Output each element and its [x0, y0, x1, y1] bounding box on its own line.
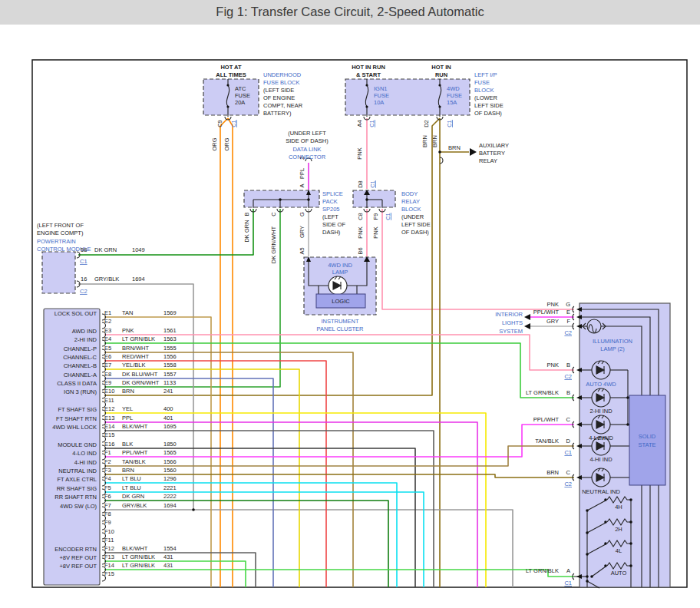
conn-c1-atc: C1: [230, 120, 237, 127]
row-label: LOCK SOL OUT: [54, 310, 97, 317]
pcm-pin58-color: DK GRN: [94, 246, 117, 253]
cluster-lamp-label2: LAMP: [332, 269, 348, 276]
row-pin: F5: [104, 484, 111, 491]
ign1-fuse-label2: FUSE: [374, 92, 389, 99]
row-circuit: 1296: [163, 475, 177, 482]
pcm-pin16-circuit: 1694: [132, 276, 145, 283]
row-pin: F12: [104, 545, 114, 552]
row-color: DK GRN/WHT: [122, 379, 160, 386]
wire-label-org2: ORG: [223, 137, 230, 150]
cluster-lamp-label1: 4WD IND: [328, 262, 352, 269]
hot-at-label2: ALL TIMES: [216, 71, 246, 78]
row-pin: E1: [104, 309, 111, 316]
row-circuit: 1566: [163, 458, 177, 465]
row-label: NEUTRAL IND: [58, 468, 97, 474]
sel-pin-letter: B: [566, 362, 570, 368]
ip-name1: LEFT I/P: [474, 71, 497, 78]
row-label: FT AXLE CTRL: [57, 476, 97, 483]
underhood-loc2: OF ENGINE: [263, 94, 295, 101]
underhood-loc3: COMPT, NEAR: [263, 102, 303, 109]
sel-pin-color: PPL/WHT: [533, 416, 560, 423]
ip-name2: FUSE: [474, 79, 490, 86]
ip-loc2: LEFT SIDE: [474, 102, 504, 109]
row-label: CHANNEL-P: [64, 345, 97, 352]
wire-label-dkgrn: DK GRN: [243, 220, 250, 242]
pin-b6: B6: [357, 247, 364, 254]
underhood-loc4: BATTERY): [263, 110, 292, 117]
row-pin: E10: [104, 388, 114, 395]
splice-name2: PACK: [322, 198, 338, 205]
sel-pin-color: GRY: [546, 318, 559, 325]
pin-2: 2: [299, 157, 305, 160]
row-pin: E9: [104, 379, 111, 386]
row-color: LT BLU: [122, 475, 141, 482]
row-color: BLK: [122, 441, 133, 448]
wire-label-pnk-f9: PNK: [372, 226, 379, 238]
row-pin: E6: [104, 353, 111, 360]
pcm-loc1: (LEFT FRONT OF: [37, 222, 84, 229]
pin-c-splice: C: [270, 212, 277, 216]
pcm-pin58: 58: [81, 246, 87, 253]
row-color: BLK/WHT: [122, 545, 148, 552]
pin-a5: A5: [299, 247, 305, 254]
row-circuit: 1850: [163, 441, 177, 448]
cluster-name2: PANEL CLUSTER: [317, 325, 364, 332]
splice-loc3: DASH): [322, 229, 341, 236]
row-color: BLK/WHT: [122, 423, 148, 430]
splice-loc2: SIDE OF: [322, 221, 345, 228]
sel-pin-letter: F: [566, 318, 570, 325]
cluster-name1: INSTRUMENT: [321, 318, 359, 325]
row-label: 2-HI IND: [74, 336, 97, 343]
row-circuit: 1554: [163, 545, 177, 552]
2hi-ind-label: 2-HI IND: [589, 408, 612, 415]
pcm-conn-c1: C1: [80, 258, 88, 265]
row-pin: F4: [104, 475, 111, 482]
wire-label-gry: GRY: [299, 226, 305, 238]
hot-run-start-label2: & START: [356, 71, 381, 78]
row-pin: F14: [104, 562, 114, 569]
illumination-lamp-label1: ILLUMINATION: [593, 338, 632, 345]
splice-name1: SPLICE: [322, 190, 343, 197]
atc-fuse-label2: FUSE: [235, 92, 250, 99]
solid-state-label1: SOLID: [639, 433, 656, 440]
wire-label-pnk: PNK: [356, 147, 363, 159]
row-pin: F11: [104, 537, 114, 544]
interior-label1: INTERIOR: [495, 311, 523, 318]
aux-relay-name2: BATTERY: [479, 150, 505, 157]
row-label: CLASS II DATA: [57, 380, 97, 387]
row-label: AWD IND: [72, 328, 97, 335]
logic-label: LOGIC: [332, 298, 350, 305]
row-circuit: 2221: [163, 484, 177, 491]
row-color: BRN/WHT: [122, 345, 149, 352]
row-circuit: 1695: [163, 423, 177, 430]
row-circuit: 1556: [163, 353, 177, 360]
row-label: IGN 3 (RUN): [64, 388, 97, 395]
row-pin: F6: [104, 493, 111, 500]
sel-pin-conn: C1: [564, 449, 572, 456]
row-pin: F2: [104, 458, 111, 465]
pin-g-splice: G: [299, 212, 305, 216]
row-label: MODULE GND: [58, 441, 97, 448]
hot-run-start-label: HOT IN RUN: [352, 64, 385, 71]
wire-label-pnk-c8: PNK: [357, 226, 364, 238]
underhood-fuse-block-box: [203, 79, 259, 115]
row-color: LT GRN/BLK: [122, 562, 155, 569]
sel-pin-color: BRN: [546, 469, 559, 476]
dlc-loc2: SIDE OF DASH): [286, 137, 329, 144]
row-circuit: 401: [163, 415, 173, 421]
wire-label-org1: ORG: [211, 137, 218, 150]
pin-c9: C9: [216, 120, 223, 127]
row-color: GRY/BLK: [122, 502, 147, 509]
row-color: LT GRN/BLK: [122, 335, 155, 342]
sel-pin-letter: C: [566, 469, 571, 476]
hot-run-label: HOT IN: [431, 64, 451, 71]
row-pin: F3: [104, 467, 111, 474]
wire-label-dkgrnwht: DK GRN/WHT: [270, 226, 277, 263]
sel-pin-color: PNK: [547, 362, 559, 368]
underhood-name: UNDERHOOD: [263, 71, 302, 78]
wiring-diagram-page: Fig 1: Transfer Case Circuit, 2-Speed Au…: [0, 0, 700, 608]
sel-pin-letter: C: [566, 416, 571, 423]
row-circuit: 431: [163, 562, 173, 569]
row-circuit: 1557: [163, 371, 177, 378]
row-label: ENCODER RTN: [54, 546, 97, 553]
